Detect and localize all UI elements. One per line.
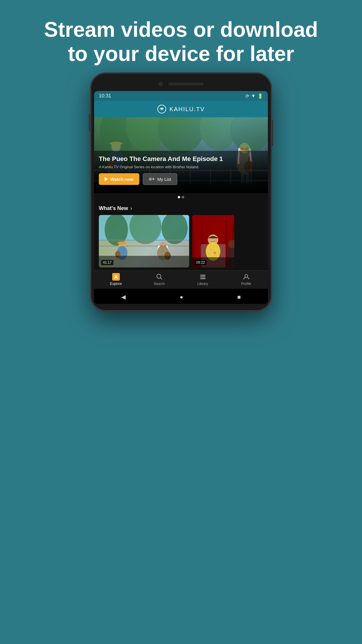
nav-item-explore[interactable]: Explore xyxy=(106,273,126,286)
nav-item-profile[interactable]: Profile xyxy=(236,273,256,286)
svg-point-23 xyxy=(230,117,268,152)
nav-label-library: Library xyxy=(197,282,208,286)
hero-subtitle: A Kahilu.TV Original Series on location … xyxy=(99,165,263,169)
thumb-duration-large: 41:17 xyxy=(101,260,113,265)
phone-outer-shell: 10:31 ⟳ ▼ 🔋 KAHILU.TV xyxy=(91,73,271,311)
svg-point-21 xyxy=(158,117,204,153)
svg-rect-66 xyxy=(200,275,205,276)
search-icon xyxy=(156,273,163,281)
hero-content: The Pueo The Camera And Me Episode 1 A K… xyxy=(94,151,268,193)
svg-rect-43 xyxy=(119,242,125,244)
thumb-duration-small: 09:22 xyxy=(194,260,207,265)
nav-item-library[interactable]: Library xyxy=(193,273,213,286)
watch-now-button[interactable]: Watch now xyxy=(99,173,139,185)
hero-title: The Pueo The Camera And Me Episode 1 xyxy=(99,155,263,163)
kahilu-logo-icon xyxy=(157,104,166,114)
status-icons: ⟳ ▼ 🔋 xyxy=(245,93,263,99)
nav-label-profile: Profile xyxy=(241,282,251,286)
bottom-nav: Explore Search xyxy=(94,270,268,289)
whats-new-section: What's New › xyxy=(94,201,268,270)
svg-rect-40 xyxy=(99,246,189,246)
svg-line-65 xyxy=(160,278,162,279)
thumbnail-outdoor-large[interactable]: 41:17 xyxy=(99,215,189,267)
whats-new-header: What's New › xyxy=(99,205,263,211)
thumbnail-indoor-small[interactable]: 09:22 xyxy=(192,215,234,267)
whats-new-title: What's New xyxy=(99,205,128,211)
nav-item-search[interactable]: Search xyxy=(149,273,170,286)
status-bar: 10:31 ⟳ ▼ 🔋 xyxy=(94,91,268,101)
screen-rotation-icon: ⟳ xyxy=(245,93,249,99)
outdoor-scene-art xyxy=(99,215,189,267)
svg-point-36 xyxy=(105,215,128,246)
android-home-button[interactable]: ● xyxy=(180,294,183,300)
phone-top-bar xyxy=(94,78,268,90)
hero-buttons: Watch now ≡+ My List xyxy=(99,173,263,185)
svg-point-56 xyxy=(210,248,212,251)
svg-point-58 xyxy=(209,253,211,255)
battery-icon: 🔋 xyxy=(257,93,263,99)
svg-point-1 xyxy=(161,108,163,110)
svg-point-69 xyxy=(245,274,248,277)
svg-marker-63 xyxy=(114,275,118,279)
phone-device: 10:31 ⟳ ▼ 🔋 KAHILU.TV xyxy=(91,73,271,311)
thumbnails-row: 41:17 xyxy=(99,215,263,267)
app-logo-text: KAHILU.TV xyxy=(169,106,205,113)
carousel-dot-2[interactable] xyxy=(182,196,184,198)
whats-new-chevron[interactable]: › xyxy=(130,205,132,211)
carousel-dots xyxy=(94,193,268,201)
camera-lens xyxy=(159,82,163,86)
android-recents-button[interactable]: ■ xyxy=(237,294,241,300)
thumbnail-outdoor-bg: 41:17 xyxy=(99,215,189,267)
nav-label-explore: Explore xyxy=(110,282,122,286)
app-header: KAHILU.TV xyxy=(94,101,268,117)
profile-icon xyxy=(242,273,250,281)
thumbnail-indoor-bg: 09:22 xyxy=(192,215,234,267)
android-back-button[interactable]: ◀ xyxy=(121,293,126,300)
status-time: 10:31 xyxy=(99,93,111,99)
hero-section: The Pueo The Camera And Me Episode 1 A K… xyxy=(94,117,268,193)
background-headline: Stream videos or download to your device… xyxy=(0,18,362,66)
svg-rect-67 xyxy=(200,276,205,277)
android-nav-bar: ◀ ● ■ xyxy=(94,289,268,304)
speaker-grille xyxy=(168,83,203,85)
svg-rect-68 xyxy=(200,278,205,279)
svg-point-59 xyxy=(215,249,217,250)
svg-rect-39 xyxy=(99,240,189,241)
indoor-scene-art xyxy=(192,215,234,267)
svg-point-64 xyxy=(157,274,161,278)
add-list-icon: ≡+ xyxy=(149,176,155,182)
play-icon xyxy=(105,177,108,181)
phone-screen: 10:31 ⟳ ▼ 🔋 KAHILU.TV xyxy=(94,91,268,304)
explore-icon xyxy=(112,273,120,281)
wifi-icon: ▼ xyxy=(251,93,256,99)
my-list-button[interactable]: ≡+ My List xyxy=(143,173,178,185)
svg-point-57 xyxy=(214,252,216,254)
nav-label-search: Search xyxy=(154,282,165,286)
headline-line1: Stream videos or download xyxy=(44,18,318,41)
library-icon xyxy=(199,273,207,281)
headline-line2: to your device for later xyxy=(68,42,294,65)
carousel-dot-1[interactable] xyxy=(178,196,180,198)
